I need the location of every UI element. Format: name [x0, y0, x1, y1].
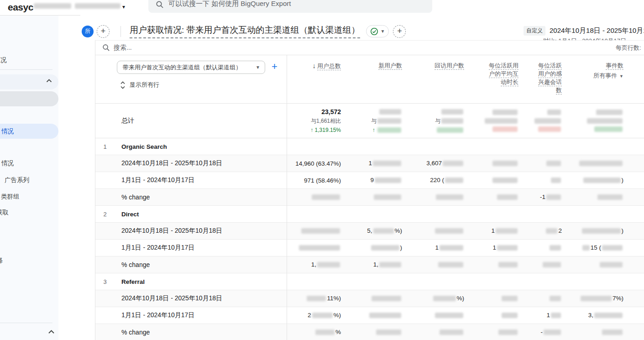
column-header-event-count[interactable]: 事件数 所有事件▼: [569, 62, 644, 94]
cell-text: %): [334, 312, 341, 319]
redacted-value: [312, 313, 333, 318]
sort-descending-icon: ↓: [313, 62, 316, 69]
event-filter-dropdown[interactable]: 所有事件▼: [569, 72, 623, 80]
sidebar-item-partial[interactable]: 释: [0, 257, 3, 265]
totals-metric: [526, 109, 569, 133]
add-dimension-button[interactable]: +: [272, 61, 277, 73]
cell-text: 1,: [373, 261, 378, 268]
metric-cell: 1: [471, 227, 526, 234]
global-search-bar[interactable]: 可以试搜一下 如何使用 BigQuery Export: [148, 0, 432, 13]
redacted-value: [312, 194, 340, 200]
report-title[interactable]: 用户获取情况: 带来用户首次互动的主渠道组（默认渠道组）: [130, 24, 360, 38]
metric-cell: [348, 329, 409, 335]
dimension-metrics-divider: [287, 55, 287, 340]
cell-text: 15 (: [591, 244, 601, 251]
sidebar-item-cohorts[interactable]: 类群组: [1, 193, 20, 201]
redacted-value: [546, 228, 557, 234]
add-report-button[interactable]: +: [393, 25, 406, 38]
metric-cell: 1: [526, 312, 569, 319]
redacted-value: [369, 313, 401, 318]
totals-metric: 与↑: [348, 108, 409, 133]
add-comparison-button[interactable]: +: [97, 25, 110, 38]
date-range-type-badge: 自定义: [524, 26, 545, 36]
row-label: 2024年10月18日 - 2025年10月18日: [115, 294, 287, 303]
metric-cell: 5,%): [348, 227, 409, 234]
metric-cell: [471, 261, 526, 268]
sidebar-section-lifecycle[interactable]: [0, 74, 58, 89]
metric-cell: 1: [409, 244, 471, 251]
table-toolbar: 搜索... 每页行数:: [95, 41, 644, 55]
dimension-selector[interactable]: 带来用户首次互动的主渠道组（默认渠道组） ▼: [117, 61, 265, 74]
redacted-value: [583, 178, 621, 183]
cell-text: 5,: [367, 227, 372, 234]
totals-compare: 与: [348, 117, 402, 125]
redacted-value: [582, 245, 590, 251]
rows-per-page-label[interactable]: 每页行数:: [616, 44, 641, 52]
sidebar-item-engagement[interactable]: 情况: [1, 159, 14, 167]
redacted-value: [372, 296, 401, 301]
date-range[interactable]: 2024年10月18日 - 2025年10月18日: [550, 26, 644, 35]
column-header-new-users[interactable]: 新用户数: [348, 62, 409, 94]
cell-text: 1: [492, 244, 496, 251]
column-header-returning-users[interactable]: 回访用户数: [409, 62, 471, 94]
metric-cell: [569, 194, 644, 200]
redacted-value: [440, 245, 463, 251]
metric-cell: [471, 177, 526, 183]
table-row: % change%-: [95, 324, 644, 340]
table-search-input[interactable]: 搜索...: [114, 44, 132, 52]
totals-value: 23,572: [287, 108, 341, 115]
table-body: 1Organic Search2024年10月18日 - 2025年10月18日…: [95, 138, 644, 340]
cell-text: 与1,661相比: [311, 118, 341, 124]
metric-cell: 7%): [569, 295, 644, 302]
redacted-value: [492, 178, 518, 183]
metric-cell: -1: [526, 194, 569, 200]
redacted-value: [492, 161, 518, 166]
sidebar-collapse-button[interactable]: [48, 330, 55, 334]
redacted-value: [534, 118, 561, 124]
redacted-value: [538, 126, 561, 132]
redacted-value: [498, 330, 518, 335]
cell-text: %): [395, 227, 403, 234]
redacted-value: [497, 245, 518, 251]
cell-text: 220 (: [430, 177, 444, 183]
table-row: 2024年10月18日 - 2025年10月18日5,%)12): [95, 223, 644, 240]
redacted-value: [602, 245, 623, 251]
redacted-value: [492, 126, 518, 132]
redacted-account-name: [34, 3, 71, 9]
column-header-avg-engagement-time[interactable]: 每位活跃用户的平均互动时长: [471, 62, 526, 94]
sidebar-item-campaigns[interactable]: 广告系列: [5, 176, 29, 184]
redacted-value: [435, 228, 463, 234]
sidebar-item-label: 情况: [1, 127, 14, 136]
metric-cell: 1: [471, 244, 526, 251]
totals-change: [569, 126, 623, 133]
account-switcher-caret-icon[interactable]: ▾: [122, 4, 125, 10]
redacted-value: [594, 313, 623, 318]
redacted-value: [492, 110, 518, 115]
metric-cell: %): [409, 295, 471, 302]
column-header-total-users[interactable]: ↓用户总数: [287, 62, 348, 94]
row-label: 1月1日 - 2024年10月17日: [115, 311, 287, 319]
sidebar-item-acquisition-section[interactable]: 获取: [0, 209, 9, 217]
row-number: 2: [95, 211, 115, 218]
report-status-button[interactable]: ▼: [366, 25, 389, 37]
show-all-rows-button[interactable]: 显示所有行: [120, 81, 159, 89]
metric-cell: 1,: [348, 261, 409, 268]
metric-cell: [569, 160, 644, 167]
column-header-engaged-sessions-per-user[interactable]: 每位活跃用户的感兴趣会话数: [526, 62, 569, 94]
sidebar-item-acquisition-active[interactable]: 情况: [0, 124, 58, 139]
redacted-value: [502, 296, 518, 301]
metric-cell: [348, 295, 409, 302]
redacted-value: [436, 194, 463, 200]
metric-cell: [471, 312, 526, 319]
redacted-value: [445, 178, 463, 183]
totals-change: [471, 126, 518, 133]
redacted-value: [435, 313, 463, 318]
audience-chip[interactable]: 所: [82, 26, 94, 37]
metric-cell: [348, 194, 409, 200]
totals-value: [471, 109, 518, 116]
app-logo[interactable]: easyc: [8, 2, 33, 13]
sidebar-item-selected-group[interactable]: [0, 91, 58, 106]
sidebar-item-overview[interactable]: 况: [0, 56, 7, 64]
table-row: 1月1日 - 2024年10月17日2%)13,: [95, 307, 644, 324]
header-divider: [120, 26, 121, 37]
